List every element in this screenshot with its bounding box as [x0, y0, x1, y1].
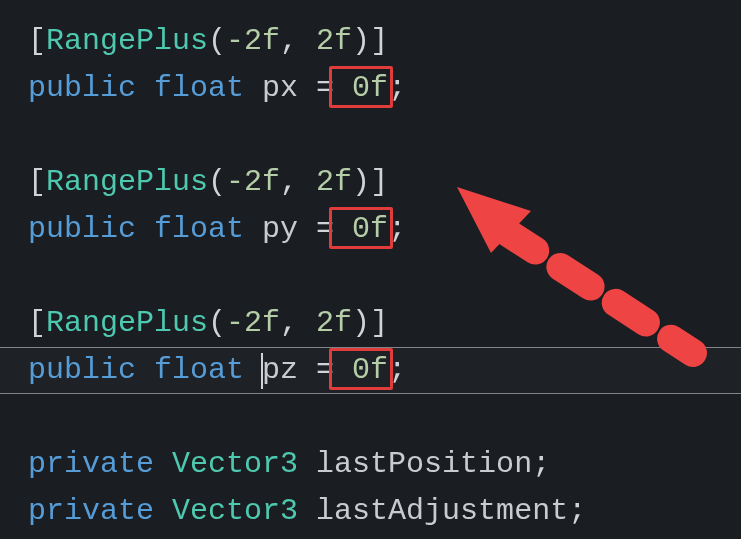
keyword-float: float	[154, 353, 244, 387]
code-line: [RangePlus(-2f, 2f)]	[28, 300, 741, 347]
semicolon: ;	[568, 494, 586, 528]
identifier-py: py	[262, 212, 298, 246]
number-literal: -2f	[226, 24, 280, 58]
keyword-private: private	[28, 494, 154, 528]
attribute-name: RangePlus	[46, 306, 208, 340]
code-editor[interactable]: [RangePlus(-2f, 2f)] public float px = 0…	[0, 0, 741, 535]
comma: ,	[280, 24, 316, 58]
identifier-lastposition: lastPosition	[316, 447, 532, 481]
attribute-name: RangePlus	[46, 24, 208, 58]
keyword-float: float	[154, 212, 244, 246]
semicolon: ;	[388, 71, 406, 105]
number-literal: 2f	[316, 24, 352, 58]
number-literal: 0f	[352, 212, 388, 246]
attribute-name: RangePlus	[46, 165, 208, 199]
keyword-public: public	[28, 353, 136, 387]
equals: =	[298, 71, 352, 105]
number-literal: -2f	[226, 306, 280, 340]
keyword-private: private	[28, 447, 154, 481]
keyword-float: float	[154, 71, 244, 105]
paren-close: )	[352, 24, 370, 58]
number-literal: 2f	[316, 165, 352, 199]
code-line-active: public float pz = 0f;	[28, 347, 741, 394]
semicolon: ;	[532, 447, 550, 481]
paren-open: (	[208, 24, 226, 58]
blank-line	[28, 394, 741, 441]
keyword-public: public	[28, 71, 136, 105]
blank-line	[28, 253, 741, 300]
type-vector3: Vector3	[172, 494, 298, 528]
code-line: public float px = 0f;	[28, 65, 741, 112]
number-literal: 0f	[352, 71, 388, 105]
code-line: private Vector3 lastAdjustment;	[28, 488, 741, 535]
bracket-open: [	[28, 24, 46, 58]
number-literal: -2f	[226, 165, 280, 199]
blank-line	[28, 112, 741, 159]
bracket-close: ]	[370, 24, 388, 58]
semicolon: ;	[388, 353, 406, 387]
number-literal: 0f	[352, 353, 388, 387]
code-line: private Vector3 lastPosition;	[28, 441, 741, 488]
code-line: [RangePlus(-2f, 2f)]	[28, 159, 741, 206]
code-line: [RangePlus(-2f, 2f)]	[28, 18, 741, 65]
semicolon: ;	[388, 212, 406, 246]
identifier-px: px	[262, 71, 298, 105]
identifier-pz: pz	[262, 353, 298, 387]
type-vector3: Vector3	[172, 447, 298, 481]
number-literal: 2f	[316, 306, 352, 340]
keyword-public: public	[28, 212, 136, 246]
identifier-lastadjustment: lastAdjustment	[316, 494, 568, 528]
code-line: public float py = 0f;	[28, 206, 741, 253]
